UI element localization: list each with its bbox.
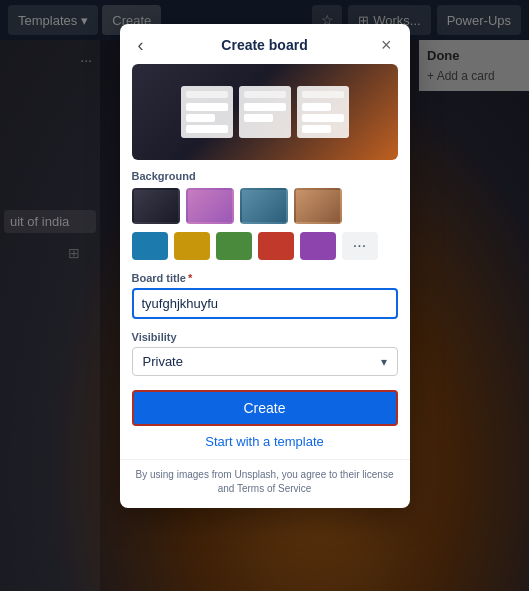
board-title-label: Board title * (120, 272, 410, 284)
swatch-dark[interactable] (132, 188, 180, 224)
create-board-modal: ‹ Create board × (120, 24, 410, 508)
preview-card-7 (302, 114, 344, 122)
more-colors-button[interactable]: ··· (342, 232, 378, 260)
preview-card-3 (186, 125, 228, 133)
col-header-1 (186, 91, 228, 98)
board-title-input[interactable] (132, 288, 398, 319)
board-preview (132, 64, 398, 160)
chevron-down-icon: ▾ (381, 355, 387, 369)
preview-card-5 (244, 114, 273, 122)
modal-close-button[interactable]: × (375, 34, 398, 56)
swatch-teal[interactable] (240, 188, 288, 224)
modal-header: ‹ Create board × (120, 24, 410, 64)
color-red[interactable] (258, 232, 294, 260)
modal-overlay: ‹ Create board × (0, 0, 529, 591)
color-yellow[interactable] (174, 232, 210, 260)
preview-cards (173, 78, 357, 146)
col-header-2 (244, 91, 286, 98)
preview-card-4 (244, 103, 286, 111)
start-with-template-link[interactable]: Start with a template (120, 434, 410, 449)
visibility-label: Visibility (120, 331, 410, 343)
preview-card-8 (302, 125, 331, 133)
preview-col-1 (181, 86, 233, 138)
swatch-pink[interactable] (186, 188, 234, 224)
color-row: ··· (120, 232, 410, 260)
col-header-3 (302, 91, 344, 98)
preview-card-6 (302, 103, 331, 111)
color-green[interactable] (216, 232, 252, 260)
preview-card-1 (186, 103, 228, 111)
close-icon: × (381, 35, 392, 55)
required-star: * (188, 272, 192, 284)
create-board-button[interactable]: Create (132, 390, 398, 426)
photo-swatches (120, 188, 410, 224)
modal-footer-note: By using images from Unsplash, you agree… (120, 459, 410, 508)
modal-title: Create board (221, 37, 307, 53)
swatch-earth[interactable] (294, 188, 342, 224)
color-blue[interactable] (132, 232, 168, 260)
preview-card-2 (186, 114, 215, 122)
visibility-dropdown[interactable]: Private ▾ (132, 347, 398, 376)
back-icon: ‹ (138, 35, 144, 55)
color-purple[interactable] (300, 232, 336, 260)
visibility-value: Private (143, 354, 183, 369)
preview-col-3 (297, 86, 349, 138)
modal-back-button[interactable]: ‹ (132, 34, 150, 56)
background-label: Background (120, 170, 410, 182)
preview-col-2 (239, 86, 291, 138)
